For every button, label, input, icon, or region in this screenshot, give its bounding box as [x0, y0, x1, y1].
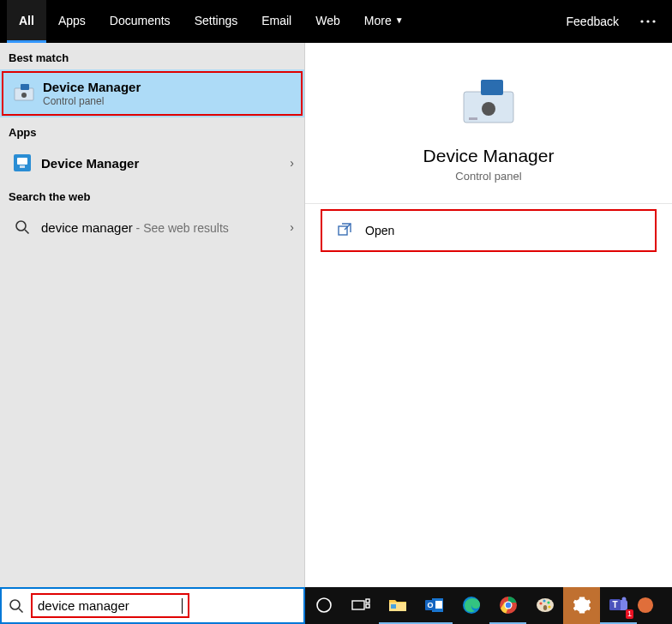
- result-text: device manager - See web results: [41, 220, 290, 235]
- device-manager-app-icon: [10, 151, 34, 175]
- tab-more[interactable]: More ▼: [352, 0, 416, 43]
- svg-line-18: [19, 609, 23, 613]
- svg-point-38: [543, 605, 546, 610]
- cortana-button[interactable]: [305, 587, 342, 624]
- detail-subtitle: Control panel: [455, 170, 521, 183]
- svg-point-19: [317, 598, 331, 612]
- svg-rect-22: [366, 604, 369, 608]
- chrome-button[interactable]: [489, 587, 526, 624]
- chevron-right-icon: ›: [290, 156, 294, 170]
- result-subtitle: Control panel: [43, 95, 294, 107]
- device-manager-large-icon: [458, 72, 519, 134]
- tab-settings[interactable]: Settings: [183, 0, 250, 43]
- results-column: Best match Device Manager Control panel …: [0, 43, 305, 587]
- chevron-down-icon: ▼: [395, 15, 404, 25]
- detail-header: Device Manager Control panel: [305, 43, 672, 204]
- svg-point-37: [548, 605, 550, 608]
- paint-button[interactable]: [526, 587, 563, 624]
- detail-title: Device Manager: [423, 146, 555, 166]
- svg-point-5: [21, 93, 27, 98]
- text-caret: [182, 598, 183, 614]
- svg-point-0: [640, 20, 643, 22]
- device-manager-icon: [12, 81, 36, 105]
- settings-button[interactable]: [563, 587, 600, 624]
- result-title: Device Manager: [43, 80, 294, 94]
- section-search-web: Search the web: [0, 182, 304, 208]
- search-icon: [2, 598, 31, 614]
- taskbar-apps: O T 1: [305, 587, 672, 624]
- tab-apps[interactable]: Apps: [46, 0, 98, 43]
- svg-point-13: [482, 102, 495, 116]
- result-web-device-manager[interactable]: device manager - See web results ›: [0, 208, 304, 246]
- overflow-button[interactable]: [631, 0, 665, 43]
- result-title: device manager - See web results: [41, 220, 290, 235]
- svg-point-1: [646, 20, 649, 22]
- tab-web[interactable]: Web: [303, 0, 352, 43]
- result-text: Device Manager: [41, 156, 290, 171]
- taskbar: O T 1: [0, 587, 672, 624]
- feedback-button[interactable]: Feedback: [555, 0, 631, 43]
- tab-email[interactable]: Email: [249, 0, 303, 43]
- taskbar-app-generic[interactable]: [637, 587, 654, 624]
- svg-point-43: [638, 597, 653, 612]
- svg-point-2: [652, 20, 655, 22]
- svg-rect-7: [17, 158, 27, 165]
- outlook-button[interactable]: O: [416, 587, 453, 624]
- edge-button[interactable]: [453, 587, 489, 624]
- search-body: Best match Device Manager Control panel …: [0, 43, 672, 587]
- svg-line-10: [25, 230, 29, 234]
- svg-point-34: [539, 602, 542, 604]
- tab-documents[interactable]: Documents: [98, 0, 183, 43]
- open-action[interactable]: Open: [321, 209, 657, 252]
- tab-more-label: More: [364, 14, 392, 27]
- svg-text:T: T: [612, 600, 617, 609]
- svg-rect-14: [469, 117, 477, 120]
- search-input[interactable]: [38, 598, 183, 613]
- file-explorer-button[interactable]: [379, 587, 416, 624]
- tab-all[interactable]: All: [7, 0, 46, 43]
- search-annotation: [31, 593, 189, 618]
- svg-rect-4: [21, 84, 29, 90]
- open-icon: [338, 223, 353, 238]
- search-icon: [10, 215, 34, 239]
- svg-point-17: [10, 600, 20, 609]
- details-column: Device Manager Control panel Open: [305, 43, 672, 587]
- svg-point-40: [621, 597, 626, 601]
- svg-point-9: [16, 221, 26, 231]
- task-view-button[interactable]: [342, 587, 379, 624]
- svg-rect-20: [352, 601, 364, 609]
- result-title: Device Manager: [41, 156, 290, 171]
- taskbar-search[interactable]: [0, 587, 305, 624]
- teams-button[interactable]: T 1: [600, 587, 637, 624]
- ellipsis-icon: [640, 20, 656, 23]
- result-app-device-manager[interactable]: Device Manager ›: [0, 144, 304, 182]
- open-label: Open: [365, 224, 394, 237]
- svg-rect-21: [366, 599, 369, 603]
- svg-rect-15: [339, 226, 347, 235]
- section-apps: Apps: [0, 117, 304, 144]
- svg-point-32: [505, 602, 510, 607]
- search-filter-tabs: All Apps Documents Settings Email Web Mo…: [0, 0, 672, 43]
- svg-point-35: [543, 599, 545, 602]
- svg-point-36: [547, 601, 549, 603]
- result-text: Device Manager Control panel: [43, 80, 294, 107]
- svg-rect-8: [20, 165, 25, 168]
- svg-text:O: O: [427, 601, 433, 609]
- svg-rect-24: [391, 604, 396, 609]
- chevron-right-icon: ›: [290, 220, 294, 234]
- svg-rect-12: [481, 80, 503, 95]
- teams-badge: 1: [626, 609, 633, 619]
- section-best-match: Best match: [0, 43, 304, 69]
- result-best-device-manager[interactable]: Device Manager Control panel: [0, 69, 304, 117]
